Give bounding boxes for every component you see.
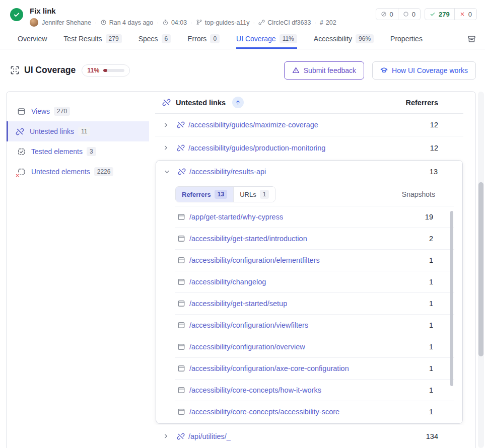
sidebar-item-views[interactable]: Views 270 — [7, 101, 149, 121]
red-x-icon — [15, 173, 20, 178]
untested-links-panel: Untested links Referrers /accessibility/… — [155, 92, 463, 448]
avatar — [30, 18, 38, 27]
snapshots-column-header: Snapshots — [402, 190, 435, 198]
tab-accessibility[interactable]: Accessibility96% — [314, 29, 374, 49]
sidebar-item-untested-elements[interactable]: Untested elements 2226 — [7, 162, 149, 182]
graduation-cap-icon — [380, 66, 388, 74]
tab-specs[interactable]: Specs6 — [138, 29, 171, 49]
tab-errors[interactable]: Errors0 — [187, 29, 220, 49]
referrer-row[interactable]: /accessibility/core-concepts/how-it-work… — [175, 379, 454, 401]
referrer-path[interactable]: /accessibility/core-concepts/how-it-work… — [189, 386, 321, 394]
link-path[interactable]: /accessibility/guides/production-monitor… — [188, 144, 325, 152]
page-icon — [177, 321, 185, 329]
tab-badge: 6 — [162, 34, 171, 43]
referrer-row[interactable]: /accessibility/get-started/setup 1 — [175, 292, 454, 314]
page-icon — [177, 256, 185, 264]
page-icon — [177, 386, 185, 394]
page-header: UI Coverage 11% Submit feedback How UI C… — [0, 49, 485, 91]
submit-feedback-button[interactable]: Submit feedback — [284, 61, 364, 80]
how-ui-coverage-works-button[interactable]: How UI Coverage works — [372, 61, 476, 80]
referrer-row[interactable]: /app/get-started/why-cypress 19 — [175, 206, 454, 228]
referrers-detail-header: Referrers 13 URLs 1 Snapshots — [175, 183, 454, 206]
git-branch-icon — [196, 19, 202, 26]
untested-link-icon — [178, 168, 186, 176]
sidebar-item-tested-elements[interactable]: Tested elements 3 — [7, 141, 149, 162]
run-ci-link[interactable]: CircleCI df3633 — [258, 19, 311, 26]
tab-overview[interactable]: Overview — [18, 29, 47, 49]
referrer-path[interactable]: /accessibility/core-concepts/accessibili… — [189, 408, 339, 416]
skipped-counter: 0 — [376, 9, 398, 20]
ui-coverage-icon — [10, 65, 20, 75]
page-scrollbar-track[interactable] — [478, 92, 484, 448]
untested-links-icon — [162, 98, 171, 107]
run-header: Fix link Jennifer Shehane · Ran 4 days a… — [0, 0, 485, 29]
referrer-row[interactable]: /accessibility/configuration/axe-core-co… — [175, 357, 454, 379]
expand-chevron[interactable] — [163, 433, 169, 439]
expand-chevron[interactable] — [163, 144, 169, 151]
panel-header: Untested links Referrers — [155, 92, 463, 114]
link-row[interactable]: /accessibility/guides/production-monitor… — [155, 136, 463, 159]
tab-properties[interactable]: Properties — [390, 29, 423, 49]
meta-separator: · — [253, 20, 255, 26]
run-build-number: #202 — [320, 19, 336, 26]
sort-ascending-button[interactable] — [232, 97, 244, 108]
link-row[interactable]: /api/utilities/_ 134 — [155, 425, 463, 447]
run-passed-status-icon — [10, 8, 23, 21]
pending-icon — [403, 11, 409, 17]
link-path[interactable]: /accessibility/results-api — [189, 168, 266, 176]
snapshot-count: 1 — [429, 256, 433, 264]
referrer-path[interactable]: /accessibility/changelog — [189, 278, 266, 286]
page-actions: Submit feedback How UI Coverage works — [284, 61, 476, 80]
referrers-detail: Referrers 13 URLs 1 Snapshots /app/get-s… — [175, 183, 454, 422]
expand-chevron[interactable] — [163, 122, 169, 128]
run-author: Jennifer Shehane — [42, 19, 91, 26]
page-scrollbar-thumb[interactable] — [478, 182, 483, 356]
untested-elements-icon — [17, 168, 26, 176]
referrer-row[interactable]: /accessibility/configuration/viewfilters… — [175, 314, 454, 336]
snapshot-count: 1 — [429, 364, 433, 372]
referrer-count: 12 — [430, 144, 438, 152]
urls-tab[interactable]: URLs 1 — [233, 187, 275, 202]
referrer-row[interactable]: /accessibility/changelog 1 — [175, 271, 454, 292]
archive-icon-button[interactable] — [467, 35, 476, 43]
page-icon — [177, 343, 185, 351]
untested-links-icon — [16, 127, 24, 136]
tab-ui-coverage[interactable]: UI Coverage11% — [236, 29, 297, 49]
page-icon — [177, 364, 185, 372]
tab-test-results[interactable]: Test Results279 — [63, 29, 121, 49]
link-path[interactable]: /accessibility/guides/maximize-coverage — [188, 121, 318, 129]
timer-icon — [162, 19, 169, 26]
referrers-tab[interactable]: Referrers 13 — [176, 187, 233, 202]
referrer-path[interactable]: /accessibility/configuration/axe-core-co… — [189, 364, 349, 372]
referrer-row[interactable]: /accessibility/core-concepts/accessibili… — [175, 401, 454, 422]
referrer-row[interactable]: /accessibility/configuration/overview 1 — [175, 336, 454, 357]
referrer-path[interactable]: /accessibility/configuration/overview — [189, 343, 305, 351]
arrow-up-icon — [235, 99, 241, 106]
coverage-sidebar: Views 270 Untested links 11 Tested eleme… — [7, 92, 149, 182]
run-result-counters: 0 0 279 0 — [376, 8, 477, 29]
referrers-column-header: Referrers — [406, 99, 439, 107]
referrer-path[interactable]: /accessibility/configuration/viewfilters — [189, 321, 308, 329]
referrer-path[interactable]: /accessibility/get-started/introduction — [189, 235, 307, 243]
page-icon — [177, 408, 185, 416]
link-path[interactable]: /api/utilities/_ — [188, 432, 231, 440]
collapse-chevron[interactable] — [164, 169, 170, 175]
referrer-count: 13 — [430, 168, 438, 176]
referrer-row[interactable]: /accessibility/get-started/introduction … — [175, 228, 454, 249]
run-branch: top-guides-a11y — [196, 19, 250, 26]
snapshot-count: 2 — [429, 235, 433, 243]
referrer-row[interactable]: /accessibility/configuration/elementfilt… — [175, 249, 454, 271]
snapshot-count: 1 — [429, 343, 433, 351]
referrer-path[interactable]: /accessibility/configuration/elementfilt… — [189, 256, 320, 264]
referrer-path[interactable]: /app/get-started/why-cypress — [189, 213, 283, 221]
referrer-count: 134 — [426, 432, 438, 440]
page-title: UI Coverage — [24, 65, 76, 76]
referrer-path[interactable]: /accessibility/get-started/setup — [189, 300, 287, 308]
meta-separator: · — [95, 20, 97, 26]
run-age: Ran 4 days ago — [100, 19, 154, 26]
inner-scrollbar-thumb[interactable] — [450, 211, 453, 386]
link-row[interactable]: /accessibility/guides/maximize-coverage … — [155, 114, 463, 136]
link-row-expanded[interactable]: /accessibility/results-api 13 — [156, 161, 462, 183]
sidebar-item-untested-links[interactable]: Untested links 11 — [7, 121, 149, 141]
coverage-card: Views 270 Untested links 11 Tested eleme… — [6, 91, 476, 448]
